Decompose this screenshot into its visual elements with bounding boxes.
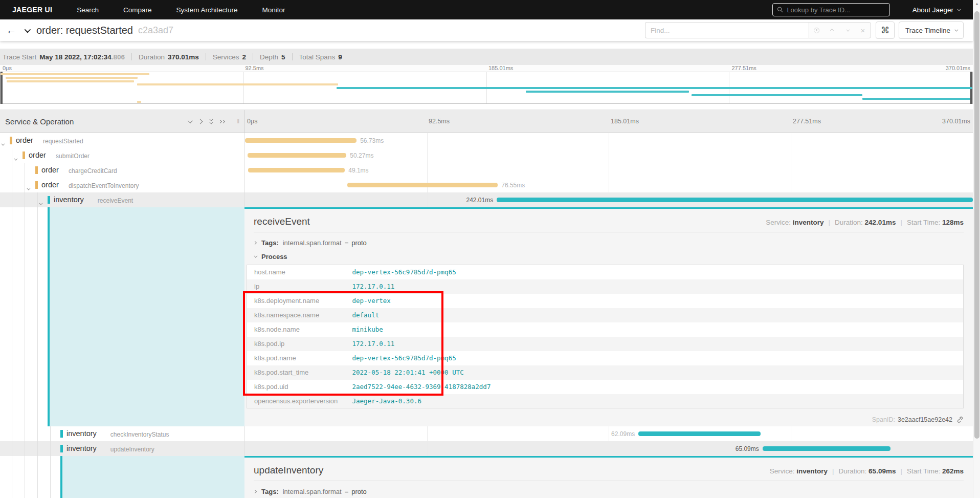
process-value: minikube [345,322,964,337]
scroll-up-icon[interactable]: ▲ [973,2,980,6]
collapse-children-chevron-icon[interactable] [14,154,16,163]
service-color-swatch [60,430,63,438]
app-brand[interactable]: JAEGER UI [12,6,52,14]
axis-tick: 370.01ms [942,118,970,125]
minimap-span-bar [137,83,338,85]
process-kv-row[interactable]: opencensus.exporterversionJaeger-Java-0.… [247,394,964,408]
span-row-chargeCreditCard[interactable]: orderchargeCreditCard49.1ms [0,163,973,178]
collapse-children-chevron-icon[interactable] [1,139,4,148]
process-kv-row[interactable]: host.namedep-vertex-56c9785d7d-pmq65 [247,265,964,279]
process-kv-row[interactable]: k8s.pod.uid2aed7522-94ee-4632-9369-41878… [247,380,964,394]
axis-tick: 185.01ms [488,65,513,71]
operation-name: chargeCreditCard [69,167,117,175]
expand-all-icon[interactable] [219,120,225,123]
tags-row[interactable]: Tags: internal.span.format=proto [254,488,964,495]
process-kv-row[interactable]: k8s.pod.start_time2022-05-18 22:01:41 +0… [247,365,964,380]
nav-menu: SearchCompareSystem ArchitectureMonitor [52,5,285,14]
scrollbar-thumb[interactable] [974,11,979,439]
span-row-updateInventory[interactable]: inventoryupdateInventory65.09ms [0,441,973,456]
span-row-submitOrder[interactable]: ordersubmitOrder50.27ms [0,148,973,163]
span-duration-label: 49.1ms [348,167,368,174]
viewport-drag-handle-left[interactable] [1,72,3,104]
span-duration-bar[interactable] [497,198,973,202]
process-value: 172.17.0.11 [345,337,964,351]
axis-tick: 0μs [3,65,12,71]
column-resizer-handle[interactable]: ‖ [237,118,240,124]
span-duration-bar[interactable] [638,431,761,436]
span-duration-label: 62.09ms [611,430,635,438]
minimap-span-bar [137,101,141,103]
service-name: order [41,166,59,174]
process-value: dep-vertex-56c9785d7d-pmq65 [345,265,964,279]
expand-one-icon[interactable] [198,120,202,123]
nav-item-search[interactable]: Search [77,6,99,14]
vertical-scrollbar[interactable]: ▲ [973,0,980,498]
service-color-swatch [23,151,25,159]
process-value: Jaeger-Java-0.30.6 [345,394,964,408]
service-name: order [16,136,33,144]
trace-summary-bar: Trace StartMay 18 2022, 17:02:34.806Dura… [0,49,973,65]
summary-depth: Depth5 [260,53,285,61]
collapse-trace-chevron-icon[interactable] [25,26,29,35]
span-duration-bar[interactable] [248,153,346,158]
process-kv-row[interactable]: k8s.namespace.namedefault [247,308,964,322]
process-row[interactable]: Process [254,253,964,261]
process-kv-row[interactable]: k8s.pod.ip172.17.0.11 [247,337,964,351]
nav-item-compare[interactable]: Compare [123,6,152,14]
span-row-receiveEvent[interactable]: inventoryreceiveEvent242.01ms [0,192,973,207]
collapse-all-icon[interactable] [209,119,212,124]
collapse-children-chevron-icon[interactable] [27,183,29,192]
indent-guide [12,441,12,456]
minimap-canvas[interactable] [0,72,973,104]
span-duration-bar[interactable] [347,183,498,187]
service-name: inventory [66,429,97,438]
trace-lookup-box[interactable] [772,3,890,16]
top-nav-bar: JAEGER UI SearchCompareSystem Architectu… [0,0,973,19]
process-kv-row[interactable]: k8s.deployment.namedep-vertex [247,294,964,308]
indent-guide [12,163,12,178]
service-name: inventory [54,196,84,204]
next-match-button[interactable] [840,29,855,32]
chevron-right-icon [253,490,257,493]
operation-name: receiveEvent [98,197,133,204]
indent-guide [12,426,12,441]
about-jaeger-menu[interactable]: About Jaeger [912,6,960,14]
span-duration-bar[interactable] [245,138,357,143]
trace-title: order: requestStarted [36,25,133,36]
span-row-dispatchEventToInventory[interactable]: orderdispatchEventToInventory76.55ms [0,178,973,192]
process-kv-row[interactable]: k8s.node.nameminikube [247,322,964,337]
minimap-span-bar [6,77,138,79]
operation-name: checkInventoryStatus [110,431,169,438]
span-id-row: SpanID:3e2aacf15ae92e42 [872,416,964,423]
keyboard-shortcuts-button[interactable]: ⌘ [876,21,895,39]
nav-item-system-architecture[interactable]: System Architecture [176,6,237,14]
process-key: k8s.namespace.name [247,308,345,322]
nav-item-monitor[interactable]: Monitor [262,6,285,14]
collapse-one-icon[interactable] [188,120,191,123]
trace-lookup-input[interactable] [787,6,885,14]
process-value: 172.17.0.11 [345,279,964,294]
span-row-checkInventoryStatus[interactable]: inventorycheckInventoryStatus62.09ms [0,426,973,441]
process-kv-table: host.namedep-vertex-56c9785d7d-pmq65ip17… [247,265,964,408]
process-kv-row[interactable]: k8s.pod.namedep-vertex-56c9785d7d-pmq65 [247,351,964,365]
back-button[interactable]: ← [6,25,16,36]
span-duration-bar[interactable] [763,446,890,451]
span-detail-title: updateInventory [254,465,323,476]
span-row-requestStarted[interactable]: orderrequestStarted56.73ms [0,133,973,148]
trace-id: c2a3ad7 [138,25,173,36]
minimap-span-bar [862,98,970,100]
link-icon[interactable] [956,416,964,423]
indent-guide [25,192,25,207]
tags-row[interactable]: Tags: internal.span.format=proto [254,239,964,247]
span-duration-bar[interactable] [248,168,345,172]
find-input[interactable] [645,22,809,38]
match-scope-icon[interactable] [809,28,825,33]
process-value: 2022-05-18 22:01:41 +0000 UTC [345,365,964,380]
clear-find-button[interactable]: × [855,27,871,34]
minimap-span-bar [526,91,689,93]
prev-match-button[interactable] [825,29,840,32]
trace-view-dropdown[interactable]: Trace Timeline [899,21,964,39]
process-kv-row[interactable]: ip172.17.0.11 [247,279,964,294]
process-value: 2aed7522-94ee-4632-9369-4187828a2dd7 [345,380,964,394]
collapse-children-chevron-icon[interactable] [39,198,41,207]
